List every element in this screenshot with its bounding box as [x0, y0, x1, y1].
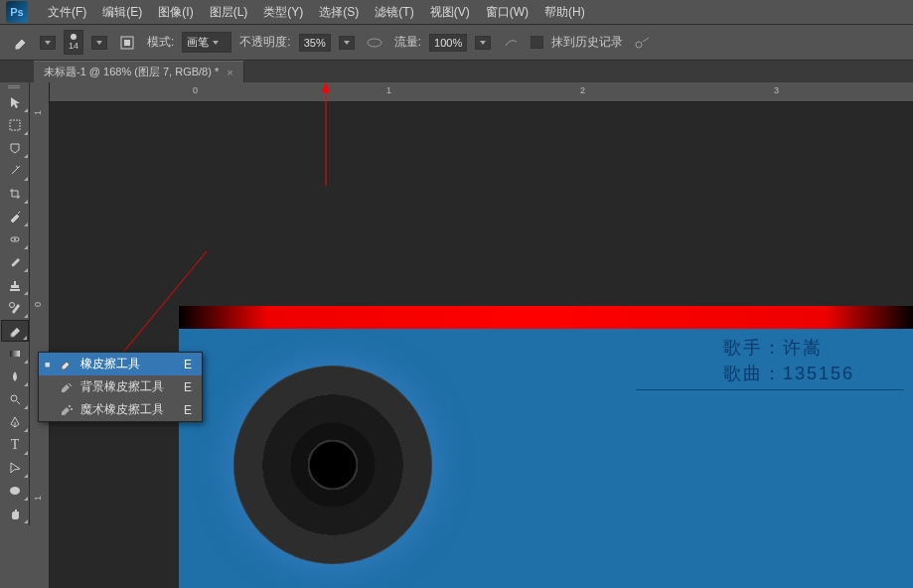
opacity-label: 不透明度:: [239, 34, 290, 51]
flow-label: 流量:: [394, 34, 421, 51]
options-bar: 14 模式: 画笔 不透明度: 35% 流量: 100% 抹到历史记录: [0, 25, 913, 61]
tab-title: 未标题-1 @ 168% (图层 7, RGB/8) *: [44, 65, 219, 79]
mode-dropdown[interactable]: 画笔: [182, 32, 231, 53]
stamp-tool[interactable]: [1, 274, 29, 296]
flyout-eraser[interactable]: ■ 橡皮擦工具 E: [39, 353, 202, 375]
menubar: Ps 文件(F) 编辑(E) 图像(I) 图层(L) 类型(Y) 选择(S) 滤…: [0, 0, 913, 25]
toolbox-grip[interactable]: [0, 82, 28, 90]
close-tab-icon[interactable]: ×: [227, 67, 232, 78]
lasso-tool[interactable]: [1, 137, 29, 159]
shape-tool[interactable]: [1, 480, 29, 502]
type-tool[interactable]: T: [1, 434, 29, 456]
wand-tool[interactable]: [1, 160, 29, 182]
tool-preset-picker[interactable]: [40, 36, 56, 50]
app-logo[interactable]: Ps: [6, 1, 28, 23]
menu-window[interactable]: 窗口(W): [478, 0, 536, 25]
vertical-ruler[interactable]: 1 0 1: [30, 82, 50, 588]
canvas-disc-graphic: [233, 366, 432, 564]
eraser-tool[interactable]: [1, 320, 29, 342]
flow-input[interactable]: 100%: [429, 34, 467, 52]
move-tool[interactable]: [1, 91, 29, 113]
hand-tool[interactable]: [1, 503, 29, 524]
airbrush-icon[interactable]: [499, 31, 523, 55]
opacity-input[interactable]: 35%: [299, 34, 331, 52]
blur-tool[interactable]: [1, 366, 29, 387]
brush-size-picker[interactable]: 14: [64, 30, 83, 55]
eraser-icon: [59, 357, 75, 372]
canvas-divider: [636, 389, 904, 390]
document-tab[interactable]: 未标题-1 @ 168% (图层 7, RGB/8) * ×: [34, 61, 244, 82]
heal-tool[interactable]: [1, 228, 29, 250]
flyout-magic-eraser[interactable]: 魔术橡皮擦工具 E: [39, 398, 202, 421]
pressure-size-icon[interactable]: [631, 31, 655, 55]
svg-rect-4: [10, 120, 20, 130]
bg-eraser-icon: [59, 379, 75, 395]
history-brush-tool[interactable]: [1, 297, 29, 319]
eyedropper-tool[interactable]: [1, 206, 29, 227]
menu-view[interactable]: 视图(V): [422, 0, 478, 25]
svg-point-2: [368, 39, 381, 47]
canvas-text-block: 歌手：许嵩 歌曲：135156: [723, 336, 854, 387]
dodge-tool[interactable]: [1, 388, 29, 410]
flyout-bg-eraser[interactable]: 背景橡皮擦工具 E: [39, 375, 202, 398]
horizontal-ruler[interactable]: 0 1 2 3: [50, 82, 913, 102]
menu-select[interactable]: 选择(S): [311, 0, 367, 25]
erase-history-label: 抹到历史记录: [551, 34, 623, 51]
gradient-tool[interactable]: [1, 343, 29, 365]
document-canvas[interactable]: 歌手：许嵩 歌曲：135156: [179, 306, 913, 588]
opacity-caret[interactable]: [339, 36, 355, 50]
erase-history-checkbox[interactable]: [531, 36, 543, 49]
brush-tool[interactable]: [1, 251, 29, 273]
svg-point-3: [636, 42, 642, 48]
svg-point-6: [10, 303, 15, 308]
pen-tool[interactable]: [1, 411, 29, 433]
marquee-tool[interactable]: [1, 114, 29, 136]
svg-point-9: [10, 487, 20, 495]
workspace: 0 1 2 3 1 0 1 歌手：许嵩 歌曲：135156: [30, 82, 913, 588]
menu-image[interactable]: 图像(I): [150, 0, 201, 25]
pressure-opacity-icon[interactable]: [363, 31, 386, 55]
path-select-tool[interactable]: [1, 457, 29, 479]
brush-caret[interactable]: [91, 36, 107, 50]
eraser-flyout: ■ 橡皮擦工具 E 背景橡皮擦工具 E 魔术橡皮擦工具 E: [38, 352, 203, 422]
menu-help[interactable]: 帮助(H): [536, 0, 593, 25]
menu-type[interactable]: 类型(Y): [255, 0, 311, 25]
magic-eraser-icon: [59, 402, 75, 418]
menu-file[interactable]: 文件(F): [40, 0, 94, 25]
svg-rect-7: [10, 351, 20, 357]
flow-caret[interactable]: [475, 36, 491, 50]
menu-layer[interactable]: 图层(L): [202, 0, 256, 25]
mode-label: 模式:: [147, 34, 174, 51]
toolbox: T: [0, 82, 30, 525]
menu-filter[interactable]: 滤镜(T): [367, 0, 421, 25]
brush-panel-icon[interactable]: [115, 31, 139, 55]
svg-point-8: [11, 395, 17, 401]
crop-tool[interactable]: [1, 183, 29, 205]
eraser-tool-icon[interactable]: [8, 31, 32, 55]
svg-rect-1: [124, 40, 130, 46]
document-tabbar: 未标题-1 @ 168% (图层 7, RGB/8) * ×: [0, 61, 913, 82]
canvas-red-bar: [179, 306, 913, 329]
menu-edit[interactable]: 编辑(E): [94, 0, 150, 25]
